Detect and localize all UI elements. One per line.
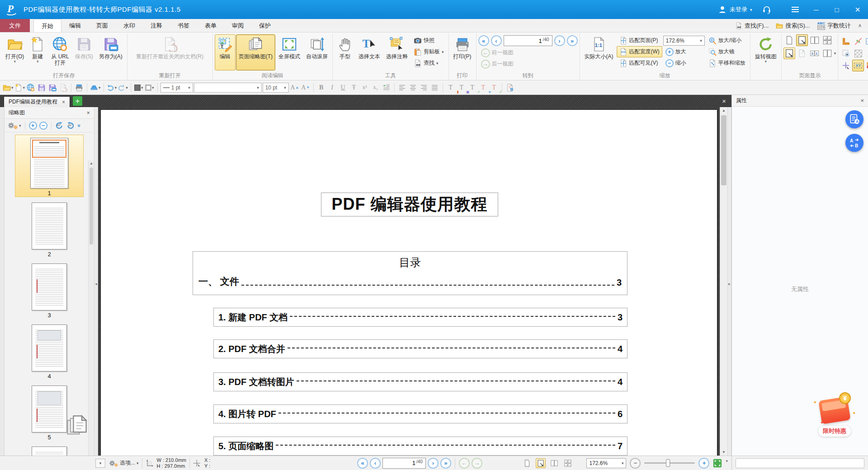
bold-button[interactable]: B (316, 82, 326, 93)
menu-tab-page[interactable]: 页面 (89, 19, 116, 32)
zoom-in-button[interactable]: + 放大 (663, 46, 705, 57)
new-document-button[interactable]: 新建▾ (27, 34, 48, 70)
toc-entry[interactable]: 2. PDF 文档合并 4 (213, 339, 627, 358)
prev-page-button[interactable]: ‹ (370, 458, 381, 469)
collapse-ribbon-icon[interactable]: ∧ (858, 23, 862, 28)
status-dropdown-button[interactable]: ▾ (95, 459, 105, 468)
last-page-button[interactable]: » (440, 458, 451, 469)
scroll-down-icon[interactable]: ▼ (720, 450, 727, 454)
prev-page-button[interactable]: ‹ (491, 35, 502, 46)
menu-tab-form[interactable]: 表单 (197, 19, 224, 32)
document-scrollbar[interactable]: ▲ ▼ (720, 107, 727, 456)
shape-preview-button[interactable] (864, 47, 868, 59)
zoom-in-out-button[interactable]: 放大/缩小 (706, 35, 748, 46)
rotate-view-button[interactable]: 旋转视图▾ (752, 34, 779, 70)
reading-order-button[interactable] (809, 47, 821, 59)
quad-page-view-button[interactable] (821, 34, 833, 46)
increase-font-button[interactable]: A▲ (290, 82, 300, 93)
qt-new-button[interactable]: ▾ (14, 82, 25, 93)
next-page-button[interactable]: › (428, 458, 439, 469)
zoom-out-button[interactable]: − 缩小 (663, 57, 705, 69)
two-page-view-button[interactable] (809, 34, 821, 46)
crosshair-button[interactable] (840, 60, 852, 71)
qt-stroke-color-button[interactable]: ▾ (145, 82, 155, 93)
auto-scroll-button[interactable]: 自动滚屏 (303, 34, 330, 70)
two-page-view-button[interactable] (549, 458, 559, 468)
translate-ab-button[interactable] (845, 134, 863, 152)
align-justify-button[interactable] (430, 82, 440, 93)
fit-page-button[interactable]: 匹配页面(P) (617, 35, 662, 46)
fullscreen-icon[interactable] (713, 459, 722, 468)
menu-tab-file[interactable]: 文件 (0, 19, 30, 32)
toc-entry[interactable]: 5. 页面缩略图 7 (213, 437, 627, 456)
qt-open-button[interactable]: ▾ (3, 82, 14, 93)
text-export-button[interactable]: T➤ (478, 82, 488, 93)
thumbnail-page-2[interactable]: 2 (15, 202, 83, 258)
scrollbar-thumb[interactable] (721, 115, 726, 185)
menu-tab-edit[interactable]: 编辑 (61, 19, 89, 32)
support-headset-icon[interactable] (762, 5, 771, 14)
double-chevron-icon[interactable]: » (76, 124, 82, 127)
text-style-save-button[interactable]: T▣ (457, 82, 467, 93)
left-splitter[interactable]: ◂ (94, 107, 98, 456)
ruler-button[interactable] (840, 35, 852, 47)
previous-view-button[interactable]: ← (459, 458, 470, 469)
menu-tab-annotation[interactable]: 注释 (143, 19, 170, 32)
first-page-button[interactable]: « (478, 35, 489, 46)
snapshot-button[interactable]: 快照 (411, 35, 447, 46)
login-button[interactable]: 未登录 ▾ (718, 5, 752, 14)
zoom-in-button[interactable]: + (698, 458, 709, 469)
fullscreen-mode-button[interactable]: 全屏模式 (276, 34, 303, 70)
main-menu-button[interactable] (785, 0, 806, 19)
hand-tool-button[interactable]: 手型 (335, 34, 355, 70)
close-all-tabs-icon[interactable]: × (722, 97, 726, 105)
rotate-right-button[interactable]: 90° (66, 122, 75, 130)
tab-close-icon[interactable]: × (62, 99, 65, 105)
thumbnail-panel-close-icon[interactable]: × (86, 109, 90, 116)
document-tab[interactable]: PDF编辑器使用教程 × (4, 96, 70, 107)
print-button[interactable]: 打印(P) (451, 34, 474, 70)
pan-zoom-button[interactable]: 平移和缩放 (706, 57, 748, 69)
floating-pages-icon[interactable] (65, 414, 89, 437)
toc-entry[interactable]: 4. 图片转 PDF 6 (213, 404, 627, 423)
superscript-button[interactable]: x² (360, 82, 370, 93)
next-view-button[interactable]: → (472, 458, 482, 469)
thumbnail-page-6-partial[interactable] (15, 446, 83, 456)
menu-tab-review[interactable]: 审阅 (224, 19, 251, 32)
thumbnail-options-button[interactable]: ▾ (7, 121, 21, 130)
zoom-out-button[interactable]: − (630, 458, 641, 469)
font-size-combo[interactable]: 10 pt▾ (263, 83, 289, 93)
edit-mode-button[interactable]: 编辑 (215, 34, 236, 70)
find-button[interactable]: 查找(F)... (735, 22, 769, 30)
single-page-view-button[interactable] (783, 34, 795, 46)
open-button[interactable]: 打开(O)▾ (3, 34, 27, 70)
qt-fill-color-button[interactable]: ▾ (134, 82, 144, 93)
italic-button[interactable]: I (327, 82, 337, 93)
next-page-button[interactable]: › (554, 35, 565, 46)
reopen-recent-button[interactable]: 重新打开最近关闭的文档(R) (129, 34, 211, 70)
zoom-slider-knob[interactable] (666, 459, 670, 467)
align-left-button[interactable] (397, 82, 407, 93)
page-thumbnail-button[interactable]: 页面缩略图(T) (236, 34, 275, 70)
menu-tab-protect[interactable]: 保护 (251, 19, 278, 32)
continuous-scroll-button[interactable] (783, 47, 795, 59)
fit-visible-button[interactable]: 匹配可见(V) (617, 57, 662, 69)
menu-tab-watermark[interactable]: 水印 (116, 19, 143, 32)
qt-print-button[interactable] (74, 82, 84, 93)
font-family-combo[interactable]: ▾ (194, 83, 262, 93)
next-view-button[interactable]: → 后一视图 (478, 58, 578, 70)
cover-mode-button[interactable] (821, 47, 833, 59)
actual-size-button[interactable]: 实际大小(A) (582, 34, 616, 70)
open-from-url-button[interactable]: 从 URL 打开 (48, 34, 71, 70)
properties-panel-close-icon[interactable]: × (860, 97, 864, 104)
translate-document-button[interactable] (845, 110, 863, 128)
qt-stamp-button[interactable]: ▾ (90, 82, 101, 93)
right-splitter[interactable]: ▸ (727, 107, 731, 456)
qt-redo-button[interactable]: ▾ (118, 82, 128, 93)
subscript-button[interactable]: x₂ (371, 82, 381, 93)
align-center-button[interactable] (408, 82, 418, 93)
pdf-page[interactable]: PDF 编辑器使用教程 目录 一、 文件 3 1. 新建 PDF 文档 3 (100, 109, 717, 456)
thumbnail-page-3[interactable]: 3 (15, 263, 83, 319)
underline-button[interactable]: U (338, 82, 348, 93)
toc-header-block[interactable]: 目录 一、 文件 3 (193, 251, 627, 295)
